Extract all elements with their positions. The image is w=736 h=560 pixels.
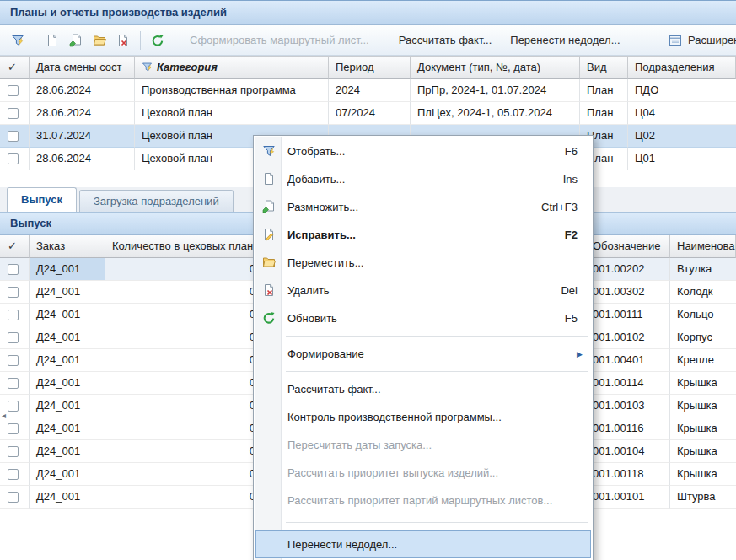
check-column-icon: ✓ [8, 61, 17, 73]
cell-date: 31.07.2024 [30, 125, 135, 148]
menu-item[interactable]: Формирование ▶ [255, 340, 591, 368]
row-checkbox[interactable] [8, 85, 19, 96]
cell-division: Ц01 [628, 148, 736, 170]
move-button[interactable] [89, 30, 110, 51]
menu-separator [286, 371, 588, 372]
cell-date: 28.06.2024 [30, 102, 135, 125]
column-header-name[interactable]: Наименование [670, 235, 736, 258]
filter-button[interactable] [7, 30, 29, 51]
menu-item[interactable]: Переместить... ▶ [255, 249, 591, 277]
cell-division: ПДО [628, 79, 736, 102]
row-checkbox[interactable] [8, 492, 19, 503]
calc-fact-button[interactable]: Рассчитать факт... [390, 30, 501, 51]
column-header-order[interactable]: Заказ [30, 235, 105, 258]
menu-item[interactable]: Размножить... Ctrl+F3 ▶ [255, 193, 591, 221]
table-row[interactable]: 28.06.2024 Цеховой план 07/2024 ПлЦех, 2… [0, 102, 736, 125]
move-backlog-button[interactable]: Перенести недодел... [502, 30, 628, 51]
refresh-button[interactable] [147, 30, 169, 51]
menu-item-label: Обновить [287, 312, 337, 325]
row-checkbox[interactable] [8, 264, 19, 275]
row-checkbox[interactable] [8, 423, 19, 434]
refresh-icon [262, 311, 276, 325]
select-all-header[interactable]: ✓ [0, 235, 30, 258]
row-checkbox[interactable] [8, 153, 19, 164]
form-route-sheet-button: Сформировать маршрутный лист... [181, 30, 378, 51]
select-all-header[interactable]: ✓ [0, 57, 30, 79]
delete-button[interactable] [112, 30, 134, 51]
menu-item-label: Размножить... [287, 201, 358, 213]
row-checkbox[interactable] [8, 287, 19, 298]
menu-item[interactable]: Контроль производственной программы... ▶ [255, 403, 591, 431]
menu-item[interactable]: Удалить Del ▶ [255, 277, 591, 304]
section-title: Выпуск [10, 217, 51, 229]
menu-separator [286, 522, 588, 523]
edit-doc-icon [262, 228, 276, 241]
row-checkbox[interactable] [8, 310, 19, 320]
row-checkbox[interactable] [8, 131, 19, 142]
table-row[interactable]: 28.06.2024 Производственная программа 20… [0, 79, 736, 102]
cell-name: Втулка [670, 258, 736, 281]
menu-item-label: Пересчитать даты запуска... [287, 439, 432, 451]
column-header-period[interactable]: Период [329, 57, 411, 79]
cell-name: Крышка [670, 372, 736, 395]
tab-zagruzka-podrazdelenij[interactable]: Загрузка подразделений [79, 190, 234, 212]
cell-qty: 0 [105, 395, 263, 417]
menu-item[interactable]: Отобрать... F6 ▶ [255, 137, 591, 165]
tab-vypusk[interactable]: Выпуск [7, 187, 77, 212]
delete-doc-icon [262, 283, 276, 297]
cell-code: 001.00116 [586, 417, 670, 440]
menu-item-icon [262, 466, 276, 479]
column-header-document[interactable]: Документ (тип, №, дата) [411, 57, 580, 79]
context-menu-items: Отобрать... F6 ▶ Добавить... Ins ▶ Размн… [255, 137, 591, 558]
cell-code: 001.00101 [586, 486, 670, 509]
cell-name: Крепле [670, 349, 736, 372]
cell-qty: 0 [105, 281, 263, 304]
cell-qty: 0 [105, 440, 263, 463]
menu-item[interactable]: Исправить... F2 ▶ [255, 221, 591, 249]
cell-order: Д24_001 [30, 304, 105, 326]
submenu-arrow-icon: ▶ [577, 350, 583, 358]
new-doc-icon [46, 34, 59, 47]
row-checkbox[interactable] [8, 378, 19, 389]
row-checkbox[interactable] [8, 469, 19, 480]
menu-item[interactable]: Добавить... Ins ▶ [255, 165, 591, 193]
cell-order: Д24_001 [30, 486, 105, 509]
column-header-date[interactable]: Дата смены сост [30, 57, 135, 79]
menu-separator [286, 336, 588, 337]
column-header-code[interactable]: Обозначение [586, 235, 670, 258]
extended-button[interactable]: Расширен [688, 30, 736, 51]
menu-item-shortcut: Ins [563, 173, 584, 186]
cell-period: 07/2024 [329, 102, 411, 125]
menu-item-icon [262, 537, 276, 551]
splitter-collapse-arrow[interactable]: ◂ [0, 407, 8, 423]
cell-qty: 0 [105, 304, 263, 326]
column-header-kind[interactable]: Вид [580, 57, 628, 79]
menu-item[interactable]: Перенести недодел... ▶ [255, 530, 591, 558]
cell-qty: 0 [105, 258, 263, 281]
toolbar-separator [175, 31, 175, 50]
row-checkbox[interactable] [8, 108, 19, 119]
cell-code: 001.00114 [586, 372, 670, 395]
column-header-category[interactable]: Категория [135, 57, 329, 79]
cell-kind: План [580, 102, 628, 125]
menu-item[interactable]: Обновить F5 ▶ [255, 304, 591, 332]
menu-item-label: Рассчитать факт... [287, 383, 381, 396]
add-button[interactable] [41, 30, 63, 51]
row-checkbox[interactable] [8, 401, 19, 412]
cell-code: 001.00111 [586, 304, 670, 326]
menu-item-label: Переместить... [287, 256, 363, 269]
column-header-qty[interactable]: Количество в цеховых планах [105, 235, 263, 258]
folder-icon [262, 256, 276, 269]
row-checkbox[interactable] [8, 446, 19, 457]
cell-name: Крышка [670, 440, 736, 463]
row-checkbox[interactable] [8, 355, 19, 366]
duplicate-button[interactable] [65, 30, 87, 51]
menu-item[interactable]: Рассчитать факт... ▶ [255, 375, 591, 403]
row-checkbox[interactable] [8, 332, 19, 343]
cell-date: 28.06.2024 [30, 79, 135, 102]
cell-code: 001.00401 [586, 349, 670, 372]
column-header-division[interactable]: Подразделения [628, 57, 736, 79]
cell-order: Д24_001 [30, 326, 105, 349]
cell-code: 001.00118 [586, 463, 670, 486]
cell-name: Колодк [670, 281, 736, 304]
